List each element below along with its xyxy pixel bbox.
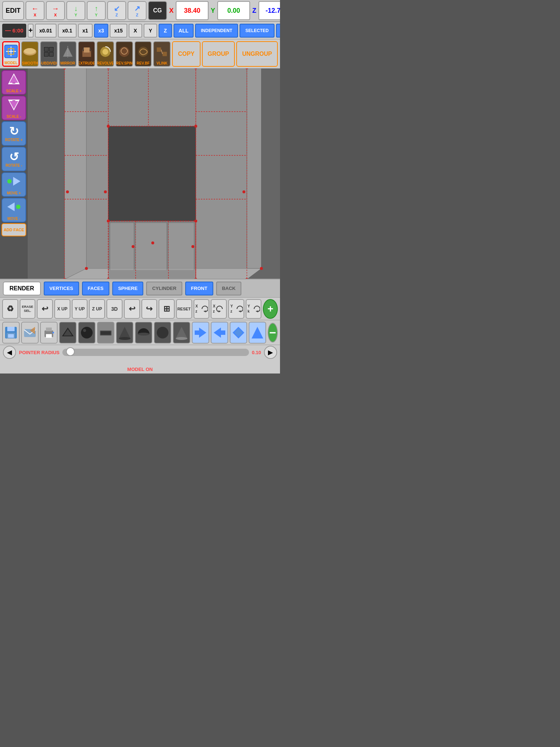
render-button[interactable]: RENDER xyxy=(3,282,41,295)
scale-plus-side-button[interactable]: SCALE + xyxy=(1,70,26,95)
svg-text:z: z xyxy=(213,309,215,313)
sphere-tab[interactable]: SPHERE xyxy=(112,282,143,295)
move-handle-button[interactable]: ⊞ xyxy=(159,299,175,319)
half-sphere-button[interactable] xyxy=(135,322,152,344)
slider-thumb[interactable] xyxy=(66,347,75,356)
mirror-tool-label: MIRROR xyxy=(60,61,75,65)
sphere-dark-button[interactable] xyxy=(78,322,96,344)
email-button[interactable] xyxy=(21,322,39,344)
xz-ccw-button[interactable]: X z xyxy=(211,299,227,319)
3d-button[interactable]: 3D xyxy=(106,299,122,319)
scale-minus-side-button[interactable]: SCALE - xyxy=(1,96,26,120)
cone-dark-button[interactable] xyxy=(116,322,133,344)
y-coord-input[interactable] xyxy=(217,1,250,20)
pointer-radius-slider[interactable] xyxy=(62,349,249,356)
z-axis-neg-button[interactable]: ↙ Z xyxy=(107,1,126,20)
scale-x3-button[interactable]: x3 xyxy=(94,24,109,38)
erase-sel-button[interactable]: ERASESEL. xyxy=(20,299,36,319)
x-up-button[interactable]: X UP xyxy=(54,299,70,319)
y-up-button[interactable]: Y UP xyxy=(72,299,88,319)
together-button[interactable]: TOGETHER xyxy=(276,24,280,38)
arrow-right-blue-button[interactable] xyxy=(192,322,209,344)
svg-rect-103 xyxy=(46,328,52,331)
ungroup-button[interactable]: UNGROUP xyxy=(236,41,278,67)
revbf-tool-button[interactable]: REV.BF xyxy=(135,41,152,67)
scale-plus-label: SCALE + xyxy=(6,89,22,93)
extrude-tool-button[interactable]: EXTRUDE xyxy=(78,41,96,67)
group-button[interactable]: GROUP xyxy=(202,41,235,67)
smooth-tool-button[interactable]: SMOOTH xyxy=(21,41,39,67)
undo-button[interactable]: ↩ xyxy=(37,299,53,319)
z-coord-input[interactable] xyxy=(258,1,280,20)
scale-x1-button[interactable]: x1 xyxy=(78,24,93,38)
triangle-up-blue-button[interactable] xyxy=(249,322,266,344)
x-axis-neg-button[interactable]: ← X xyxy=(26,1,44,20)
recycle-button[interactable]: ♻ xyxy=(2,299,18,319)
cylinder-tab[interactable]: CYLINDER xyxy=(146,282,182,295)
revspin-tool-button[interactable]: REV.SPIN xyxy=(116,41,133,67)
subdivide-tool-button[interactable]: SUBDIVIDE xyxy=(40,41,58,67)
cone-up-button[interactable] xyxy=(173,322,190,344)
copy-button[interactable]: COPY xyxy=(172,41,200,67)
rotate-plus-button[interactable]: ↻ ROTATE + xyxy=(1,121,26,146)
save-button-shape[interactable] xyxy=(2,322,20,344)
model-tool-button[interactable]: MODEL xyxy=(2,41,20,67)
add-green-icon: + xyxy=(268,303,273,315)
add-green-button[interactable]: + xyxy=(263,299,278,319)
print-icon xyxy=(41,325,57,341)
x-axis-pos-button[interactable]: → X xyxy=(46,1,65,20)
scale-x15-button[interactable]: x15 xyxy=(110,24,127,38)
sphere-full-button[interactable] xyxy=(154,322,171,344)
scale-plus-button[interactable]: + xyxy=(28,24,34,38)
y-axis-pos-button[interactable]: ↑ Y xyxy=(87,1,106,20)
yz-cw-button[interactable]: Y z xyxy=(228,299,244,319)
3d-label: 3D xyxy=(111,306,118,312)
xz-cw-button[interactable]: X z xyxy=(194,299,210,319)
y-axis-neg-button[interactable]: ↓ Y xyxy=(66,1,85,20)
rotate-minus-button[interactable]: ↺ ROTATE - xyxy=(1,147,26,171)
arrow-left-blue-button[interactable] xyxy=(211,322,228,344)
reset-button[interactable]: RESET xyxy=(176,299,192,319)
move-plus-button[interactable]: MOVE + xyxy=(1,172,26,197)
viewport[interactable] xyxy=(28,69,280,279)
mirror-tool-button[interactable]: MIRROR xyxy=(59,41,77,67)
print-button[interactable] xyxy=(40,322,58,344)
axis-y-button[interactable]: Y xyxy=(144,24,157,38)
axis-z-button[interactable]: Z xyxy=(159,24,172,38)
flat-light-button[interactable] xyxy=(97,322,114,344)
scale-x001-button[interactable]: x0.01 xyxy=(35,24,57,38)
x-coord-input[interactable] xyxy=(176,1,209,20)
minus-green-button[interactable]: − xyxy=(268,323,278,342)
redo-button[interactable]: ↪ xyxy=(141,299,158,319)
svg-point-66 xyxy=(191,245,194,248)
front-tab[interactable]: FRONT xyxy=(185,282,213,295)
axis-all-button[interactable]: ALL xyxy=(174,24,194,38)
svg-point-64 xyxy=(132,245,135,248)
faces-tab[interactable]: FACES xyxy=(82,282,109,295)
y-up-label: Y UP xyxy=(75,306,85,311)
z-axis-pos-button[interactable]: ↗ Z xyxy=(128,1,147,20)
3d-view[interactable] xyxy=(28,69,280,279)
revolve-tool-button[interactable]: REVOLVE xyxy=(97,41,114,67)
nav-next-button[interactable]: ▶ xyxy=(264,346,277,359)
axis-x-button[interactable]: X xyxy=(129,24,142,38)
shapes-row: − xyxy=(0,320,280,345)
cg-button[interactable]: CG xyxy=(148,1,167,20)
vertices-tab[interactable]: VERTICES xyxy=(44,282,79,295)
add-face-button[interactable]: ADD FACE xyxy=(1,223,26,236)
move-minus-button[interactable]: MOVE - xyxy=(1,198,26,222)
diamond-blue-button[interactable] xyxy=(230,322,247,344)
yk-cw-button[interactable]: Y k xyxy=(246,299,262,319)
back-tab[interactable]: BACK xyxy=(216,282,242,295)
vlink-tool-button[interactable]: VLINK xyxy=(153,41,171,67)
selected-button[interactable]: SELECTED xyxy=(240,24,275,38)
x-up-label: X UP xyxy=(57,306,67,311)
independent-button[interactable]: INDEPENDENT xyxy=(195,24,238,38)
edit-button[interactable]: EDIT xyxy=(2,1,24,20)
nav-prev-button[interactable]: ◀ xyxy=(3,346,16,359)
svg-text:X: X xyxy=(195,304,198,308)
flat-dark-button[interactable] xyxy=(59,322,77,344)
undo2-button[interactable]: ↩ xyxy=(124,299,140,319)
scale-x01-button[interactable]: x0.1 xyxy=(58,24,77,38)
z-up-button[interactable]: Z UP xyxy=(89,299,105,319)
